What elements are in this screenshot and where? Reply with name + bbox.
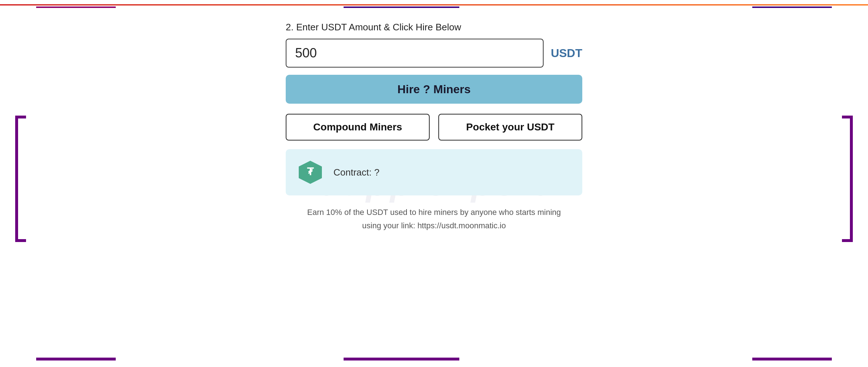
main-container: 2. Enter USDT Amount & Click Hire Below … — [286, 22, 582, 233]
usdt-amount-input[interactable] — [286, 39, 544, 68]
bottom-center-bar — [344, 358, 459, 360]
action-buttons-row: Compound Miners Pocket your USDT — [286, 114, 582, 141]
pocket-usdt-button[interactable]: Pocket your USDT — [438, 114, 582, 141]
svg-text:₮: ₮ — [307, 166, 314, 177]
bottom-left-bar — [36, 358, 116, 360]
contract-box: ₮ Contract: ? — [286, 149, 582, 195]
referral-line1: Earn 10% of the USDT used to hire miners… — [307, 208, 561, 217]
bottom-right-bar — [752, 358, 832, 360]
top-red-line — [0, 4, 868, 5]
right-bracket — [842, 116, 853, 242]
tether-icon: ₮ — [297, 159, 323, 185]
compound-miners-button[interactable]: Compound Miners — [286, 114, 430, 141]
top-center-bar — [344, 7, 459, 8]
usdt-label: USDT — [551, 47, 582, 60]
referral-text: Earn 10% of the USDT used to hire miners… — [286, 206, 582, 233]
left-bracket — [15, 116, 26, 242]
top-right-bar — [752, 7, 832, 8]
hire-miners-button[interactable]: Hire ? Miners — [286, 75, 582, 104]
top-left-bar — [36, 7, 116, 8]
input-row: USDT — [286, 39, 582, 68]
referral-line2: using your link: https://usdt.moonmatic.… — [362, 221, 506, 230]
step-label: 2. Enter USDT Amount & Click Hire Below — [286, 22, 461, 33]
contract-text: Contract: ? — [333, 167, 379, 178]
